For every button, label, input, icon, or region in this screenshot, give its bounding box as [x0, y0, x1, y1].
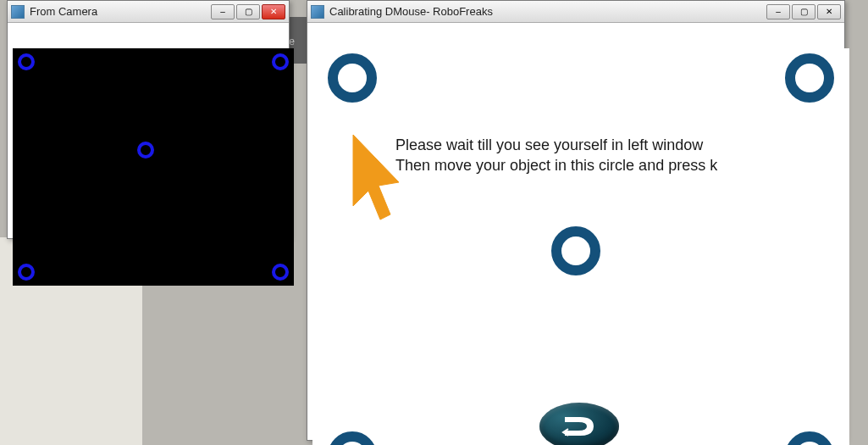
minimize-button[interactable]: – [211, 4, 235, 19]
calib-ring-top-right-icon [785, 53, 834, 103]
instruction-text: Please wait till you see yourself in lef… [395, 135, 717, 176]
calib-ring-center-icon [137, 142, 154, 159]
calib-ring-bottom-right-icon [785, 431, 834, 445]
titlebar-camera[interactable]: From Camera – ▢ ✕ [8, 1, 289, 23]
calibration-area: Please wait till you see yourself in lef… [312, 48, 849, 445]
window-calibrating-dmouse: Calibrating DMouse- RoboFreaks – ▢ ✕ Ple… [307, 0, 845, 441]
app-icon [11, 5, 25, 19]
window-from-camera: From Camera – ▢ ✕ [7, 0, 290, 239]
close-button[interactable]: ✕ [817, 4, 841, 19]
calib-ring-bottom-right-icon [272, 264, 289, 281]
calib-ring-center-icon [551, 226, 600, 275]
window-title: Calibrating DMouse- RoboFreaks [329, 5, 765, 18]
titlebar-calib[interactable]: Calibrating DMouse- RoboFreaks – ▢ ✕ [307, 1, 844, 23]
maximize-button[interactable]: ▢ [236, 4, 260, 19]
camera-feed-area [13, 48, 294, 286]
minimize-button[interactable]: – [766, 4, 790, 19]
calib-ring-top-right-icon [272, 53, 289, 70]
window-controls: – ▢ ✕ [765, 4, 841, 19]
window-title: From Camera [30, 5, 209, 18]
calib-ring-top-left-icon [328, 53, 377, 103]
instruction-line-1: Please wait till you see yourself in lef… [395, 135, 717, 155]
calib-ring-top-left-icon [18, 53, 35, 70]
dmouse-logo-icon [539, 403, 619, 445]
calib-ring-bottom-left-icon [328, 431, 377, 445]
instruction-line-2: Then move your object in this circle and… [395, 155, 717, 175]
window-controls: – ▢ ✕ [209, 4, 285, 19]
app-icon [311, 5, 324, 19]
close-button[interactable]: ✕ [262, 4, 285, 19]
maximize-button[interactable]: ▢ [792, 4, 815, 19]
calib-ring-bottom-left-icon [18, 264, 35, 281]
